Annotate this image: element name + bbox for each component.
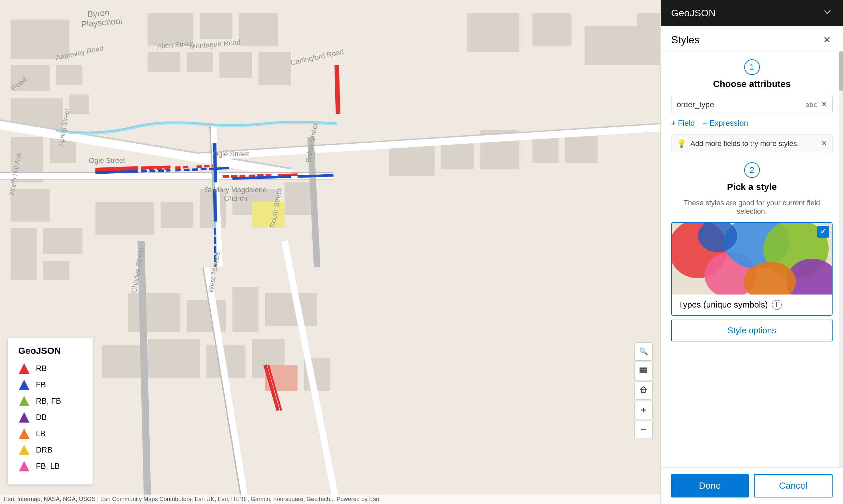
legend-swatch-icon — [18, 460, 30, 472]
hint-close-button[interactable]: ✕ — [821, 140, 827, 148]
minus-icon: − — [641, 425, 646, 435]
svg-rect-18 — [220, 52, 252, 78]
svg-marker-113 — [19, 380, 29, 390]
svg-text:St Mary Magdalene: St Mary Magdalene — [205, 186, 267, 194]
svg-rect-10 — [11, 228, 37, 280]
map-svg: Byron Playschool Annesley Road Allen Str… — [0, 0, 660, 504]
scrollbar-thumb[interactable] — [839, 52, 843, 91]
legend-swatch-icon — [18, 395, 30, 407]
cancel-button[interactable]: Cancel — [754, 474, 833, 498]
svg-line-74 — [223, 176, 245, 177]
svg-line-75 — [249, 175, 272, 176]
legend-swatch-icon — [18, 379, 30, 391]
svg-line-80 — [338, 65, 340, 114]
svg-line-81 — [96, 172, 138, 173]
add-field-link[interactable]: + Field — [671, 119, 695, 128]
legend-item: DRB — [18, 444, 82, 456]
legend-item-label: FB, LB — [36, 462, 60, 471]
svg-rect-21 — [467, 13, 519, 52]
home-icon — [639, 385, 648, 396]
svg-marker-114 — [19, 396, 29, 406]
svg-marker-112 — [19, 363, 29, 374]
legend-item: LB — [18, 428, 82, 439]
hint-close-icon: ✕ — [821, 140, 827, 148]
svg-rect-40 — [265, 293, 317, 326]
field-clear-button[interactable]: ✕ — [821, 100, 827, 109]
styles-scroll-area[interactable]: 1 Choose attributes order_type abc ✕ + F… — [661, 52, 843, 467]
svg-rect-15 — [239, 13, 278, 46]
step1-circle: 1 — [744, 59, 760, 75]
legend-swatch-icon — [18, 363, 30, 374]
legend-item-label: LB — [36, 429, 45, 438]
search-icon: 🔍 — [639, 347, 648, 356]
search-tool-button[interactable]: 🔍 — [634, 342, 653, 361]
step2-title: Pick a style — [671, 182, 832, 192]
svg-rect-32 — [389, 143, 435, 176]
svg-text:Church: Church — [224, 194, 247, 202]
svg-line-86 — [215, 189, 216, 221]
panel-header-chevron-icon[interactable] — [822, 7, 832, 20]
hint-bulb-icon: 💡 — [677, 139, 686, 148]
svg-rect-39 — [233, 287, 259, 332]
zoom-out-button[interactable]: − — [634, 420, 653, 439]
legend-item-label: RB, FB — [36, 396, 61, 406]
layers-tool-button[interactable] — [634, 362, 653, 380]
hint-bar-left: 💡 Add more fields to try more styles. — [677, 139, 799, 148]
legend-item-label: FB — [36, 380, 46, 389]
svg-line-85 — [215, 143, 216, 182]
style-options-button[interactable]: Style options — [671, 320, 832, 341]
svg-rect-4 — [56, 65, 83, 85]
style-card[interactable]: ✓ Types (unique symbols) i — [671, 222, 832, 316]
svg-rect-6 — [69, 94, 89, 114]
svg-rect-22 — [533, 13, 572, 46]
add-field-label: + Field — [671, 119, 695, 128]
svg-text:Ogle Street: Ogle Street — [213, 150, 249, 158]
legend-swatch-icon — [18, 412, 30, 423]
style-card-info-icon[interactable]: i — [772, 300, 782, 310]
svg-rect-14 — [200, 13, 233, 39]
svg-rect-12 — [44, 260, 69, 280]
svg-rect-24 — [637, 13, 661, 65]
right-panel: GeoJSON Styles ✕ 1 Choose attributes — [660, 0, 843, 504]
panel-header-title: GeoJSON — [671, 7, 716, 19]
done-button[interactable]: Done — [671, 474, 749, 498]
svg-rect-107 — [639, 367, 647, 369]
map-legend: GeoJSON RB FB RB, FB DB LB DRB FB, LB — [8, 338, 92, 484]
style-card-footer: Types (unique symbols) i — [672, 294, 832, 315]
svg-line-79 — [336, 65, 338, 114]
step2-subtitle: These styles are good for your current f… — [671, 199, 832, 216]
svg-rect-9 — [11, 189, 50, 221]
style-card-title: Types (unique symbols) — [678, 300, 768, 310]
svg-marker-116 — [19, 428, 29, 439]
step1-section: 1 Choose attributes order_type abc ✕ + F… — [671, 59, 832, 153]
map-container[interactable]: Byron Playschool Annesley Road Allen Str… — [0, 0, 660, 504]
svg-rect-26 — [96, 202, 154, 235]
field-selector-right: abc ✕ — [806, 100, 827, 109]
svg-rect-108 — [639, 370, 647, 371]
field-selector-value: order_type — [677, 100, 714, 109]
svg-rect-33 — [441, 143, 474, 169]
field-selector[interactable]: order_type abc ✕ — [671, 96, 832, 113]
step1-number: 1 — [750, 62, 754, 72]
legend-item: RB, FB — [18, 395, 82, 407]
hint-text: Add more fields to try more styles. — [690, 140, 799, 148]
add-expression-link[interactable]: + Expression — [703, 119, 748, 128]
svg-rect-41 — [102, 345, 141, 378]
svg-rect-35 — [533, 137, 558, 163]
legend-swatch-icon — [18, 444, 30, 456]
styles-panel: Styles ✕ 1 Choose attributes order_type — [661, 26, 843, 504]
zoom-in-button[interactable]: + — [634, 401, 653, 419]
styles-panel-close-button[interactable]: ✕ — [821, 34, 832, 46]
styles-panel-header: Styles ✕ — [661, 26, 843, 52]
svg-marker-118 — [19, 461, 29, 471]
svg-rect-42 — [148, 339, 200, 378]
home-tool-button[interactable] — [634, 381, 653, 400]
svg-rect-111 — [642, 391, 644, 393]
legend-item: FB, LB — [18, 460, 82, 472]
add-expression-label: + Expression — [703, 119, 748, 128]
step2-number: 2 — [750, 165, 754, 175]
scrollbar-track[interactable] — [839, 52, 843, 467]
svg-rect-23 — [585, 26, 637, 65]
svg-rect-17 — [187, 52, 213, 72]
svg-line-89 — [298, 175, 333, 177]
